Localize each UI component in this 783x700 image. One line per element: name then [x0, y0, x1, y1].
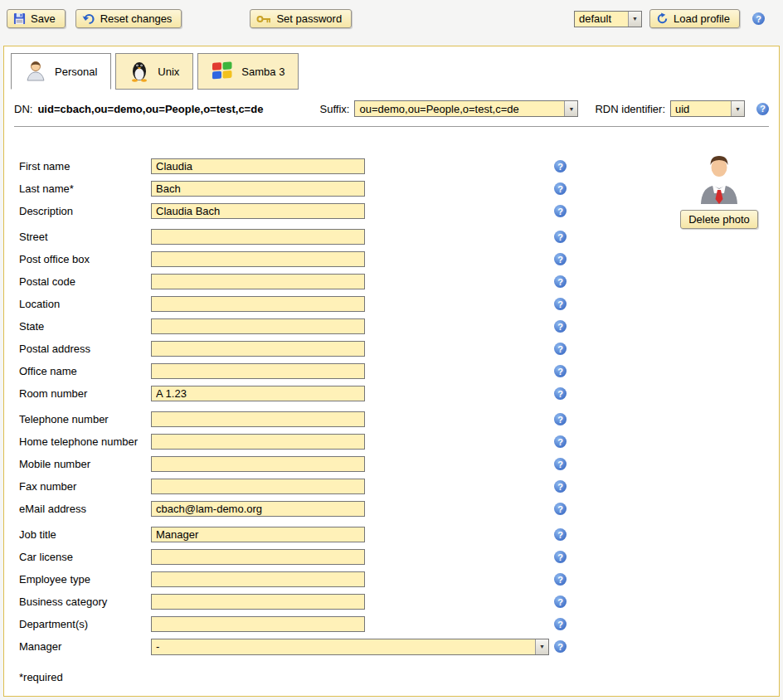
suffix-label: Suffix:	[320, 103, 350, 115]
help-icon[interactable]: ?	[554, 298, 567, 310]
rdn-select[interactable]: uid ▼	[670, 100, 745, 117]
field-row: Description?	[19, 200, 779, 222]
field-label: State	[19, 320, 151, 333]
dn-row: DN: uid=cbach,ou=demo,ou=People,o=test,c…	[4, 95, 779, 123]
field-input[interactable]	[151, 363, 365, 379]
field-input[interactable]	[151, 274, 365, 289]
field-input[interactable]	[151, 318, 365, 334]
field-input[interactable]	[151, 229, 365, 245]
field-input[interactable]	[151, 616, 365, 632]
field-label: Postal address	[19, 343, 151, 355]
field-input[interactable]	[151, 411, 365, 427]
photo-column: Delete photo	[671, 153, 767, 229]
save-button[interactable]: Save	[7, 9, 66, 28]
help-icon[interactable]: ?	[554, 320, 567, 333]
help-icon[interactable]: ?	[554, 618, 567, 630]
help-icon[interactable]: ?	[554, 253, 567, 265]
tab-samba3[interactable]: Samba 3	[197, 53, 299, 90]
toolbar-right: default ▼ Load profile ?	[574, 9, 765, 28]
help-icon[interactable]: ?	[554, 365, 567, 377]
account-panel: Personal Unix	[3, 46, 780, 697]
field-row: Post office box?	[19, 248, 779, 270]
refresh-icon	[656, 12, 669, 25]
field-row: Employee type?	[19, 568, 779, 591]
help-icon[interactable]: ?	[554, 551, 567, 563]
field-input[interactable]	[151, 594, 365, 610]
delete-photo-button[interactable]: Delete photo	[680, 210, 758, 229]
field-row: Postal address?	[19, 338, 779, 360]
field-input[interactable]	[151, 501, 365, 517]
field-input[interactable]	[151, 341, 365, 357]
field-row: Street?	[19, 226, 779, 248]
field-label: Business category	[19, 595, 151, 608]
help-icon[interactable]: ?	[554, 503, 567, 515]
tab-personal[interactable]: Personal	[11, 53, 111, 90]
help-icon[interactable]: ?	[554, 413, 567, 425]
tab-unix[interactable]: Unix	[115, 53, 193, 90]
dn-value: uid=cbach,ou=demo,ou=People,o=test,c=de	[37, 103, 263, 115]
load-profile-button[interactable]: Load profile	[649, 9, 740, 28]
field-row: Home telephone number?	[19, 430, 779, 453]
help-icon[interactable]: ?	[554, 458, 567, 470]
manager-select[interactable]: -▼	[151, 639, 549, 655]
field-input[interactable]	[151, 386, 365, 401]
field-row: Office name?	[19, 360, 779, 382]
field-input[interactable]	[151, 549, 365, 565]
form-fields: First name?Last name*?Description?Street…	[19, 155, 779, 658]
help-icon[interactable]: ?	[554, 231, 567, 243]
delete-photo-button-label: Delete photo	[688, 213, 750, 226]
rdn-label: RDN identifier:	[595, 103, 665, 115]
tab-bar: Personal Unix	[4, 46, 779, 90]
help-icon[interactable]: ?	[554, 640, 567, 653]
field-row: State?	[19, 315, 779, 338]
reset-changes-button[interactable]: Reset changes	[75, 9, 182, 28]
field-input[interactable]	[151, 434, 365, 450]
field-row: Fax number?	[19, 475, 779, 498]
help-icon[interactable]: ?	[554, 160, 567, 173]
help-icon[interactable]: ?	[554, 343, 567, 355]
help-icon[interactable]: ?	[554, 595, 567, 608]
field-input[interactable]	[151, 203, 365, 219]
help-icon[interactable]: ?	[554, 205, 567, 217]
chevron-down-icon: ▼	[731, 101, 744, 116]
help-icon[interactable]: ?	[752, 12, 765, 25]
tab-personal-label: Personal	[55, 66, 97, 78]
field-input[interactable]	[151, 296, 365, 312]
field-label: Fax number	[19, 480, 151, 493]
field-input[interactable]	[151, 571, 365, 587]
field-label: Room number	[19, 387, 151, 400]
field-input[interactable]	[151, 479, 365, 494]
help-icon[interactable]: ?	[554, 573, 567, 586]
rdn-select-value: uid	[671, 103, 731, 115]
chevron-down-icon: ▼	[628, 12, 641, 27]
suffix-select[interactable]: ou=demo,ou=People,o=test,c=de ▼	[354, 100, 578, 117]
field-input[interactable]	[151, 527, 365, 542]
field-row: Job title?	[19, 523, 779, 546]
field-row: Postal code?	[19, 270, 779, 293]
set-password-button[interactable]: Set password	[250, 9, 352, 28]
field-row: Room number?	[19, 382, 779, 405]
help-icon[interactable]: ?	[554, 182, 567, 195]
field-row: Mobile number?	[19, 453, 779, 475]
profile-select[interactable]: default ▼	[574, 11, 642, 27]
help-icon[interactable]: ?	[554, 435, 567, 448]
help-icon[interactable]: ?	[756, 103, 769, 115]
help-icon[interactable]: ?	[554, 480, 567, 493]
reset-changes-button-label: Reset changes	[100, 12, 173, 25]
chevron-down-icon: ▼	[535, 639, 548, 654]
user-photo	[698, 153, 741, 207]
help-icon[interactable]: ?	[554, 275, 567, 288]
manager-select-value: -	[152, 640, 535, 653]
field-input[interactable]	[151, 251, 365, 267]
help-icon[interactable]: ?	[554, 387, 567, 400]
chevron-down-icon: ▼	[564, 101, 577, 116]
field-input[interactable]	[151, 456, 365, 472]
field-row: Location?	[19, 293, 779, 315]
field-label: eMail address	[19, 503, 151, 515]
field-label: Department(s)	[19, 618, 151, 630]
field-row: Manager-▼?	[19, 635, 779, 658]
field-input[interactable]	[151, 158, 365, 174]
field-input[interactable]	[151, 181, 365, 197]
field-label: Job title	[19, 528, 151, 541]
help-icon[interactable]: ?	[554, 528, 567, 541]
